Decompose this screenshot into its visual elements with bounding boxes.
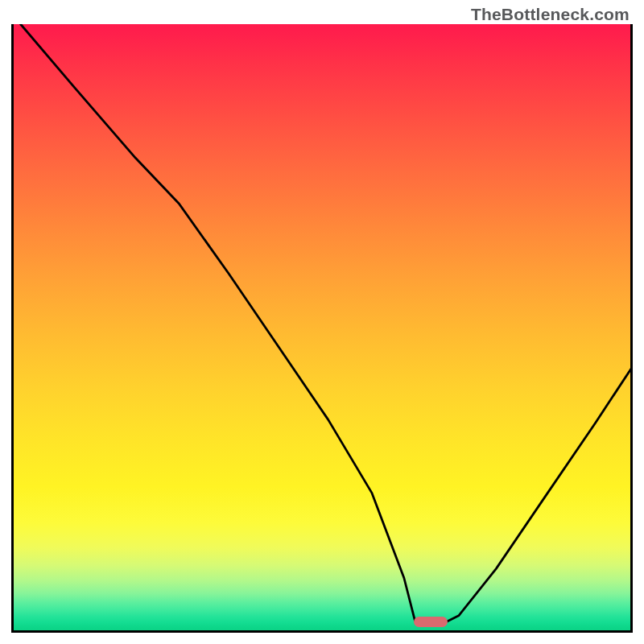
bottleneck-curve — [11, 24, 633, 633]
watermark-text: TheBottleneck.com — [471, 5, 630, 24]
optimal-marker — [414, 617, 448, 627]
chart-frame — [11, 24, 633, 633]
